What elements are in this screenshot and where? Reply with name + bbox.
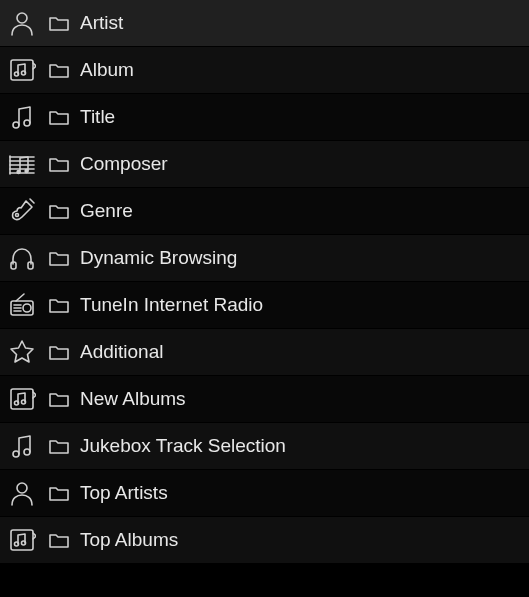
person-icon [6, 7, 38, 39]
menu-item-label: Top Artists [80, 482, 168, 504]
folder-icon [46, 480, 72, 506]
menu-item-label: Genre [80, 200, 133, 222]
note-icon [6, 101, 38, 133]
album-icon [6, 54, 38, 86]
album-icon [6, 524, 38, 556]
menu-item-title[interactable]: Title [0, 94, 529, 141]
star-icon [6, 336, 38, 368]
guitar-icon [6, 195, 38, 227]
folder-icon [46, 198, 72, 224]
menu-item-label: Composer [80, 153, 168, 175]
headphones-icon [6, 242, 38, 274]
menu-item-genre[interactable]: Genre [0, 188, 529, 235]
menu-item-label: Artist [80, 12, 123, 34]
folder-icon [46, 527, 72, 553]
menu-item-label: TuneIn Internet Radio [80, 294, 263, 316]
menu-item-composer[interactable]: Composer [0, 141, 529, 188]
menu-item-label: Dynamic Browsing [80, 247, 237, 269]
navigation-list: Artist Album Title Composer Genre Dynami… [0, 0, 529, 564]
folder-icon [46, 57, 72, 83]
menu-item-top-albums[interactable]: Top Albums [0, 517, 529, 564]
folder-icon [46, 104, 72, 130]
folder-icon [46, 151, 72, 177]
album-icon [6, 383, 38, 415]
folder-icon [46, 433, 72, 459]
menu-item-top-artists[interactable]: Top Artists [0, 470, 529, 517]
folder-icon [46, 386, 72, 412]
folder-icon [46, 292, 72, 318]
menu-item-label: New Albums [80, 388, 186, 410]
menu-item-additional[interactable]: Additional [0, 329, 529, 376]
menu-item-label: Jukebox Track Selection [80, 435, 286, 457]
folder-icon [46, 339, 72, 365]
menu-item-album[interactable]: Album [0, 47, 529, 94]
menu-item-jukebox[interactable]: Jukebox Track Selection [0, 423, 529, 470]
radio-icon [6, 289, 38, 321]
folder-icon [46, 10, 72, 36]
note-icon [6, 430, 38, 462]
composer-icon [6, 148, 38, 180]
folder-icon [46, 245, 72, 271]
menu-item-label: Album [80, 59, 134, 81]
menu-item-label: Additional [80, 341, 163, 363]
person-icon [6, 477, 38, 509]
menu-item-dynamic-browsing[interactable]: Dynamic Browsing [0, 235, 529, 282]
menu-item-label: Title [80, 106, 115, 128]
menu-item-tunein[interactable]: TuneIn Internet Radio [0, 282, 529, 329]
menu-item-new-albums[interactable]: New Albums [0, 376, 529, 423]
menu-item-artist[interactable]: Artist [0, 0, 529, 47]
menu-item-label: Top Albums [80, 529, 178, 551]
